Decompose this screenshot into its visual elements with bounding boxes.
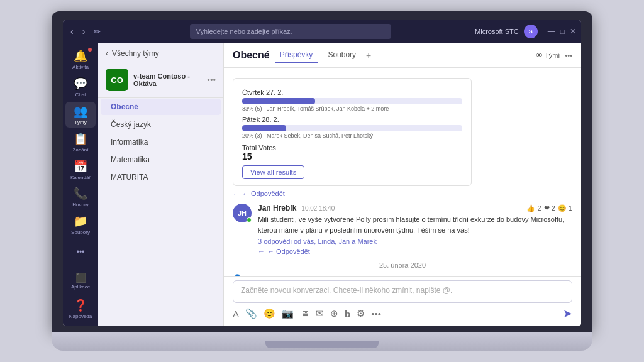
compose-toolbar: A 📎 😊 📷 🖥 ✉ ⊕ b ⚙ ••• ➤	[233, 307, 572, 321]
avatar-jan-hrebik: JH	[233, 204, 252, 222]
compose-placeholder: Začněte novou konverzaci. Chcete-li něko…	[241, 286, 452, 295]
nav-back-button[interactable]: ‹	[68, 25, 76, 38]
laptop-base	[52, 332, 592, 351]
laptop-screen: ‹ › ✏ Vyhledejte nebo zadejte příkaz. Mi…	[63, 20, 581, 326]
sidebar-item-files[interactable]: 📁 Soubory	[65, 212, 96, 238]
channel-more-icon[interactable]: •••	[565, 52, 572, 59]
poll-bar-container-1	[242, 98, 462, 104]
apps-label: Aplikace	[71, 284, 90, 290]
tab-prispevky[interactable]: Příspěvky	[275, 48, 318, 63]
screen-share-tool[interactable]: 🖥	[300, 309, 309, 319]
settings-tool[interactable]: ⚙	[357, 308, 365, 319]
reaction-heart: ❤ 2	[544, 204, 555, 212]
sidebar-item-calls[interactable]: 📞 Hovory	[65, 184, 96, 211]
files-label: Soubory	[71, 229, 90, 235]
add-tool[interactable]: ⊕	[330, 308, 338, 319]
sidebar-item-tasks[interactable]: 📋 Zadání	[65, 129, 96, 155]
search-bar-area: Vyhledejte nebo zadejte příkaz.	[106, 24, 475, 39]
reply-icon: ←	[258, 248, 265, 255]
message-1-header: Jan Hrebík 10.02 18:40 👍 2 ❤ 2 😊 1	[258, 204, 572, 212]
messages-area[interactable]: Čtvrtek 27. 2. 33% (5) Jan Hrebík, Tomáš…	[224, 68, 581, 276]
main-area: 🔔 Aktivita 💬 Chat 👥 Týmy 📋	[63, 43, 581, 326]
channel-label-cesky: Český jazyk	[111, 120, 151, 129]
channel-item-obecne[interactable]: Obecné	[101, 99, 221, 115]
back-to-teams[interactable]: ‹ Všechny týmy	[98, 43, 223, 62]
format-text-tool[interactable]: A	[233, 309, 239, 319]
channel-item-informatika[interactable]: Informatika	[101, 134, 221, 150]
content-area: Obecné Příspěvky Soubory + 👁	[224, 43, 581, 326]
poll-option-2-label: Pátek 28. 2.	[242, 116, 462, 123]
minimize-button[interactable]: —	[548, 27, 555, 36]
online-indicator	[247, 217, 252, 222]
meet-tool[interactable]: ✉	[316, 308, 324, 319]
files-icon: 📁	[74, 214, 87, 228]
nav-forward-button[interactable]: ›	[80, 25, 88, 38]
sidebar-item-chat[interactable]: 💬 Chat	[65, 74, 96, 101]
sidebar-item-activity[interactable]: 🔔 Aktivita	[65, 47, 96, 73]
poll-option-1-label: Čtvrtek 27. 2.	[242, 89, 462, 96]
sidebar-item-apps[interactable]: ⬛ Aplikace	[65, 268, 96, 294]
poll-stats: Total Votes 15	[242, 144, 462, 162]
chat-label: Chat	[75, 92, 86, 97]
poll-reply-link[interactable]: ← ← Odpovědět	[233, 190, 572, 197]
sidebar-item-help[interactable]: ❓ Nápověda	[65, 295, 96, 322]
avatar-initials: JH	[238, 209, 247, 217]
search-bar[interactable]: Vyhledejte nebo zadejte příkaz.	[190, 24, 391, 39]
calls-icon: 📞	[74, 187, 87, 200]
poll-bar-2	[242, 125, 286, 131]
message-1-reply-link[interactable]: ← ← Odpovědět	[258, 248, 572, 255]
back-arrow-icon: ‹	[106, 49, 108, 58]
sidebar-item-more[interactable]: •••	[65, 239, 96, 266]
channel-title: Obecné	[233, 50, 270, 61]
calendar-icon: 📅	[74, 160, 87, 173]
help-label: Nápověda	[69, 314, 92, 319]
message-1-thread-link[interactable]: 3 odpovědi od vás, Linda, Jan a Marek	[258, 238, 572, 245]
title-bar-left: ‹ › ✏	[68, 25, 106, 38]
add-tab-button[interactable]: +	[366, 50, 371, 60]
view-results-button[interactable]: View all results	[242, 165, 304, 179]
poll-total-label: Total Votes	[242, 144, 462, 151]
channel-item-matematika[interactable]: Matematika	[101, 151, 221, 168]
eye-icon: 👁	[536, 52, 543, 59]
poll-option-2-stats: 20% (3) Marek Šebek, Denisa Suchá, Petr …	[242, 133, 462, 139]
poll-option-1-stats: 33% (5) Jan Hrebík, Tomáš Šrůbek, Jan Ko…	[242, 106, 462, 112]
title-bar: ‹ › ✏ Vyhledejte nebo zadejte příkaz. Mi…	[63, 20, 581, 43]
message-1-text: Milí studenti, ve výše vytvořené Polly p…	[258, 214, 572, 235]
teams-icon: 👥	[74, 104, 87, 118]
laptop-wrapper: ‹ › ✏ Vyhledejte nebo zadejte příkaz. Mi…	[52, 11, 592, 351]
reaction-thumbs: 👍 2	[526, 204, 541, 212]
compose-input[interactable]: Začněte novou konverzaci. Chcete-li něko…	[233, 280, 572, 303]
chat-icon: 💬	[74, 77, 87, 90]
back-label: Všechny týmy	[112, 49, 159, 58]
channel-item-maturita[interactable]: MATURITA	[101, 169, 221, 185]
title-bar-right: Microsoft STC S — □ ✕	[475, 25, 576, 38]
activity-label: Aktivita	[72, 64, 89, 70]
team-more-icon[interactable]: •••	[207, 75, 216, 85]
sidebar-item-teams[interactable]: 👥 Týmy	[65, 102, 96, 128]
message-1-author: Jan Hrebík	[258, 204, 296, 212]
emoji-tool[interactable]: 😊	[264, 308, 275, 319]
teams-label: Týmy	[74, 119, 87, 125]
edit-icon[interactable]: ✏	[91, 26, 103, 38]
gif-tool[interactable]: 📷	[282, 308, 294, 319]
bold-tool[interactable]: b	[345, 309, 350, 319]
close-button[interactable]: ✕	[570, 27, 576, 36]
more-tools[interactable]: •••	[371, 309, 381, 319]
search-placeholder: Vyhledejte nebo zadejte příkaz.	[196, 28, 292, 35]
window-controls: — □ ✕	[548, 27, 576, 36]
poll-total-count: 15	[242, 151, 462, 162]
send-button[interactable]: ➤	[563, 307, 572, 321]
user-name: Microsoft STC	[475, 28, 519, 35]
attach-tool[interactable]: 📎	[245, 308, 257, 319]
poll-card: Čtvrtek 27. 2. 33% (5) Jan Hrebík, Tomáš…	[233, 78, 472, 186]
message-row-1: JH Jan Hrebík 10.02 18:40 👍 2	[233, 204, 572, 255]
calendar-label: Kalendář	[70, 175, 91, 180]
user-avatar[interactable]: S	[524, 25, 538, 38]
tab-soubory[interactable]: Soubory	[323, 48, 361, 63]
poll-bar-container-2	[242, 125, 462, 131]
sidebar-item-calendar[interactable]: 📅 Kalendář	[65, 156, 96, 183]
maximize-button[interactable]: □	[560, 27, 565, 36]
channel-label-matematika: Matematika	[111, 155, 150, 164]
compose-area: Začněte novou konverzaci. Chcete-li něko…	[224, 276, 581, 326]
channel-item-cesky[interactable]: Český jazyk	[101, 116, 221, 133]
